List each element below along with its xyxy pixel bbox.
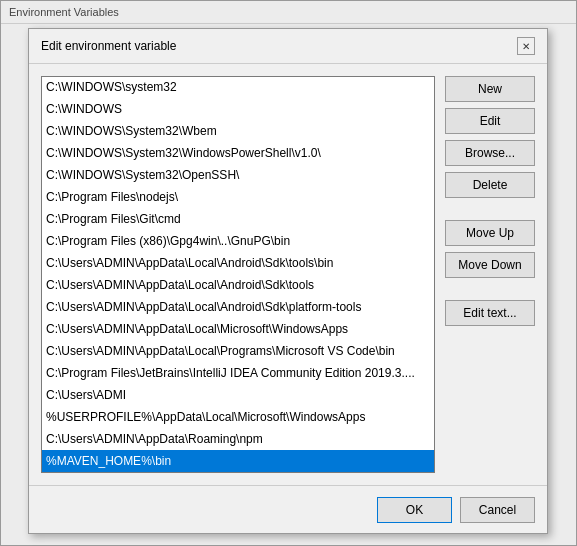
list-item[interactable]: C:\Users\ADMIN\AppData\Local\Microsoft\W… — [42, 318, 434, 340]
ok-button[interactable]: OK — [377, 497, 452, 523]
dialog-body: C:\ProgramData\DockerDesktop\version-bin… — [29, 64, 547, 485]
list-item[interactable]: C:\Program Files\JetBrains\IntelliJ IDEA… — [42, 362, 434, 384]
new-button[interactable]: New — [445, 76, 535, 102]
list-item[interactable]: C:\WINDOWS\system32 — [42, 76, 434, 98]
list-item[interactable]: C:\WINDOWS\System32\WindowsPowerShell\v1… — [42, 142, 434, 164]
list-item[interactable]: C:\Program Files\Git\cmd — [42, 208, 434, 230]
edit-button[interactable]: Edit — [445, 108, 535, 134]
delete-button[interactable]: Delete — [445, 172, 535, 198]
list-item[interactable]: C:\Users\ADMIN\AppData\Local\Android\Sdk… — [42, 296, 434, 318]
move-up-button[interactable]: Move Up — [445, 220, 535, 246]
cancel-button[interactable]: Cancel — [460, 497, 535, 523]
list-item[interactable]: C:\WINDOWS\System32\OpenSSH\ — [42, 164, 434, 186]
list-item[interactable]: C:\Users\ADMIN\AppData\Local\Programs\Mi… — [42, 340, 434, 362]
move-down-button[interactable]: Move Down — [445, 252, 535, 278]
list-item[interactable]: C:\Users\ADMIN\AppData\Local\Android\Sdk… — [42, 274, 434, 296]
close-button[interactable]: ✕ — [517, 37, 535, 55]
background-title: Environment Variables — [1, 1, 576, 24]
list-item[interactable]: C:\Program Files (x86)\Gpg4win\..\GnuPG\… — [42, 230, 434, 252]
env-variable-list[interactable]: C:\ProgramData\DockerDesktop\version-bin… — [41, 76, 435, 473]
list-item[interactable]: %USERPROFILE%\AppData\Local\Microsoft\Wi… — [42, 406, 434, 428]
edit-env-dialog: Edit environment variable ✕ C:\ProgramDa… — [28, 28, 548, 534]
list-item[interactable]: C:\WINDOWS\System32\Wbem — [42, 120, 434, 142]
dialog-title: Edit environment variable — [41, 39, 176, 53]
buttons-panel: New Edit Browse... Delete Move Up Move D… — [445, 76, 535, 473]
dialog-titlebar: Edit environment variable ✕ — [29, 29, 547, 64]
list-item[interactable]: C:\Program Files\nodejs\ — [42, 186, 434, 208]
list-item[interactable]: C:\WINDOWS — [42, 98, 434, 120]
edit-text-button[interactable]: Edit text... — [445, 300, 535, 326]
list-item[interactable]: C:\Users\ADMIN\AppData\Roaming\npm — [42, 428, 434, 450]
dialog-footer: OK Cancel — [29, 485, 547, 533]
list-item[interactable]: C:\Users\ADMIN\AppData\Local\Android\Sdk… — [42, 252, 434, 274]
browse-button[interactable]: Browse... — [445, 140, 535, 166]
list-item[interactable]: C:\Users\ADMI — [42, 384, 434, 406]
list-item[interactable]: %MAVEN_HOME%\bin — [42, 450, 434, 472]
